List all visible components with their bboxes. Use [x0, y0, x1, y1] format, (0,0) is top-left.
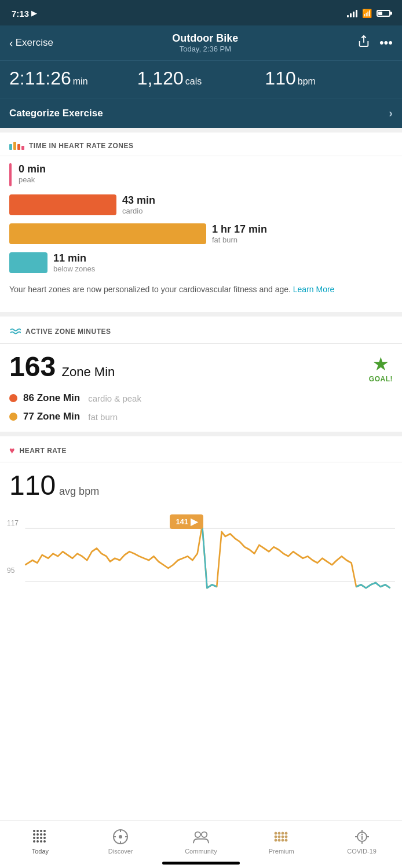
chevron-right-icon: ›: [389, 106, 393, 120]
tab-today[interactable]: Today: [0, 828, 81, 855]
hr-avg-unit: avg bpm: [59, 486, 99, 498]
svg-point-33: [282, 836, 284, 838]
tab-premium[interactable]: Premium: [241, 828, 321, 855]
svg-point-31: [275, 836, 277, 838]
svg-point-32: [278, 836, 280, 838]
heart-rate-zones-title: TIME IN HEART RATE ZONES: [29, 142, 133, 150]
share-icon[interactable]: [357, 35, 370, 51]
battery-icon: [377, 10, 390, 17]
svg-point-4: [36, 830, 39, 832]
svg-point-17: [40, 840, 42, 843]
svg-point-5: [40, 830, 42, 832]
goal-star-icon: ★: [369, 353, 393, 375]
cardio-peak-dot: [9, 394, 17, 402]
svg-point-26: [202, 832, 207, 837]
azm-header: ACTIVE ZONE MINUTES: [0, 317, 402, 344]
hr-section-content: 110 avg bpm 117 95 141 ▶: [0, 462, 402, 610]
more-options-icon[interactable]: •••: [379, 35, 393, 50]
categorize-exercise-button[interactable]: Categorize Exercise ›: [0, 98, 402, 128]
svg-point-34: [285, 836, 287, 838]
tab-premium-label: Premium: [269, 848, 294, 855]
svg-point-3: [33, 830, 35, 832]
duration-unit: min: [73, 76, 88, 86]
hr-zone-below: 11 min below zones: [9, 252, 393, 273]
back-label: Exercise: [16, 37, 53, 49]
home-indicator: [0, 862, 402, 865]
hr-y-label-95: 95: [7, 567, 14, 575]
wifi-icon: 📶: [362, 9, 372, 18]
svg-point-12: [36, 837, 39, 839]
cardio-bar: [9, 194, 116, 215]
chevron-left-icon: ‹: [9, 36, 13, 50]
peak-indicator: [9, 163, 12, 186]
fatburn-dot: [9, 413, 17, 421]
azm-icon: [9, 326, 21, 337]
azm-fatburn-row: 77 Zone Min fat burn: [9, 411, 393, 422]
svg-point-15: [33, 840, 35, 843]
svg-point-11: [33, 837, 35, 839]
nav-subtitle: Today, 2:36 PM: [172, 45, 238, 53]
svg-point-13: [40, 837, 42, 839]
hr-y-label-117: 117: [7, 519, 19, 527]
fatburn-bar: [9, 223, 206, 244]
page-title: Outdoor Bike: [172, 32, 238, 45]
azm-cardio-peak-row: 86 Zone Min cardio & peak: [9, 392, 393, 404]
section-divider-2: [0, 312, 402, 317]
heart-rate-zones-section: TIME IN HEART RATE ZONES 0 min peak 43 m…: [0, 133, 402, 312]
hr-zone-cardio: 43 min cardio: [9, 194, 393, 215]
heartrate-unit: bpm: [298, 76, 316, 86]
hr-section-title: HEART RATE: [20, 447, 67, 455]
svg-point-8: [36, 833, 39, 836]
goal-label: GOAL!: [369, 375, 393, 383]
hr-average: 110 avg bpm: [9, 472, 393, 499]
active-zone-minutes-section: ACTIVE ZONE MINUTES 163 Zone Min ★ GOAL!…: [0, 317, 402, 432]
svg-point-29: [282, 832, 284, 834]
nav-header: ‹ Exercise Outdoor Bike Today, 2:36 PM •…: [0, 25, 402, 60]
below-bar: [9, 252, 47, 273]
tab-today-label: Today: [32, 848, 49, 855]
svg-point-10: [43, 833, 46, 836]
community-icon: [192, 828, 210, 845]
svg-point-35: [275, 839, 277, 841]
today-icon: [31, 828, 49, 845]
azm-breakdown: 86 Zone Min cardio & peak 77 Zone Min fa…: [9, 392, 393, 422]
svg-point-30: [285, 832, 287, 834]
azm-title: ACTIVE ZONE MINUTES: [25, 328, 111, 336]
azm-total-value: 163: [9, 351, 56, 382]
home-bar: [162, 862, 240, 865]
status-right: 📶: [347, 9, 390, 18]
section-divider-3: [0, 432, 402, 436]
svg-point-44: [361, 833, 363, 835]
tab-community[interactable]: Community: [161, 828, 242, 855]
svg-point-20: [119, 835, 122, 838]
tab-bar: Today Discover Community: [0, 821, 402, 868]
back-button[interactable]: ‹ Exercise: [9, 36, 53, 50]
personalized-text: Your heart zones are now personalized to…: [9, 281, 393, 303]
stats-row: 2:11:26min 1,120cals 110bpm: [0, 60, 402, 98]
azm-content: 163 Zone Min ★ GOAL! 86 Zone Min cardio …: [0, 344, 402, 432]
tab-covid[interactable]: + COVID-19: [321, 828, 402, 855]
svg-point-14: [43, 837, 46, 839]
heartrate-value: 110: [265, 68, 295, 89]
tab-discover[interactable]: Discover: [81, 828, 161, 855]
status-bar: 7:13 ▶ 📶: [0, 0, 402, 25]
svg-point-28: [278, 832, 280, 834]
heartrate-stat: 110bpm: [265, 69, 393, 87]
covid-icon: +: [353, 828, 371, 845]
categorize-label: Categorize Exercise: [9, 108, 103, 119]
nav-title-block: Outdoor Bike Today, 2:36 PM: [172, 32, 238, 53]
svg-point-9: [40, 833, 42, 836]
hr-peak-callout: 141 ▶: [170, 514, 203, 529]
hr-zones-content: 0 min peak 43 min cardio: [0, 156, 402, 312]
tab-discover-label: Discover: [108, 848, 133, 855]
svg-point-7: [33, 833, 35, 836]
azm-goal-block: ★ GOAL!: [369, 353, 393, 383]
svg-point-38: [285, 839, 287, 841]
learn-more-link[interactable]: Learn More: [293, 285, 335, 294]
azm-total-unit: Zone Min: [62, 365, 115, 379]
svg-point-18: [43, 840, 46, 843]
svg-point-37: [282, 839, 284, 841]
duration-stat: 2:11:26min: [9, 69, 137, 87]
discover-icon: [112, 828, 129, 845]
tab-community-label: Community: [185, 848, 217, 855]
